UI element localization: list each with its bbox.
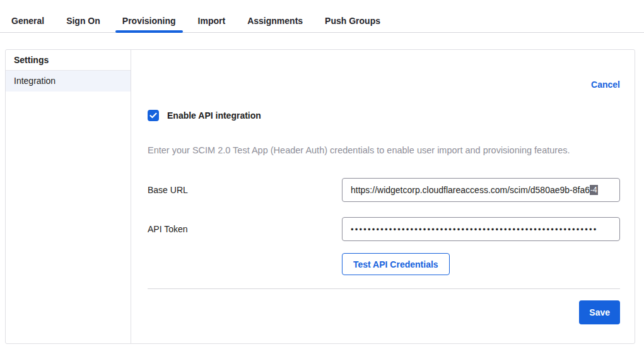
credentials-description: Enter your SCIM 2.0 Test App (Header Aut… <box>148 145 620 155</box>
enable-api-integration-checkbox[interactable] <box>148 110 159 121</box>
api-token-masked-value: ••••••••••••••••••••••••••••••••••••••••… <box>351 225 598 234</box>
test-credentials-row: Test API Credentials <box>148 253 620 275</box>
tab-general[interactable]: General <box>4 9 51 32</box>
app-tab-bar: General Sign On Provisioning Import Assi… <box>0 0 644 33</box>
api-token-input[interactable]: ••••••••••••••••••••••••••••••••••••••••… <box>342 217 620 241</box>
cancel-link[interactable]: Cancel <box>591 80 620 90</box>
provisioning-panel: Settings Integration Cancel Enable API i… <box>5 49 635 344</box>
tab-assignments[interactable]: Assignments <box>240 9 310 32</box>
base-url-field-row: Base URL https://widgetcorp.cloudflareac… <box>148 178 620 202</box>
tab-provisioning[interactable]: Provisioning <box>115 9 183 32</box>
footer-divider <box>148 288 620 289</box>
base-url-overflow-selection: -4 <box>590 185 598 195</box>
tab-sign-on[interactable]: Sign On <box>59 9 107 32</box>
integration-settings-content: Cancel Enable API integration Enter your… <box>131 50 635 343</box>
provisioning-page: General Sign On Provisioning Import Assi… <box>0 0 644 349</box>
enable-api-integration-row: Enable API integration <box>148 110 620 121</box>
api-token-label: API Token <box>148 224 342 234</box>
settings-sidebar: Settings Integration <box>6 50 131 343</box>
enable-api-integration-label: Enable API integration <box>167 110 261 121</box>
api-token-field-row: API Token ••••••••••••••••••••••••••••••… <box>148 217 620 241</box>
base-url-value: https://widgetcorp.cloudflareaccess.com/… <box>351 185 590 195</box>
save-button[interactable]: Save <box>579 300 620 324</box>
save-row: Save <box>148 300 620 324</box>
base-url-input[interactable]: https://widgetcorp.cloudflareaccess.com/… <box>342 178 620 202</box>
base-url-label: Base URL <box>148 185 342 195</box>
test-api-credentials-button[interactable]: Test API Credentials <box>342 253 450 275</box>
checkmark-icon <box>149 112 157 119</box>
tab-push-groups[interactable]: Push Groups <box>318 9 387 32</box>
tab-import[interactable]: Import <box>191 9 233 32</box>
cancel-row: Cancel <box>148 79 620 90</box>
sidebar-header-settings: Settings <box>6 50 131 71</box>
sidebar-item-integration[interactable]: Integration <box>6 71 131 92</box>
